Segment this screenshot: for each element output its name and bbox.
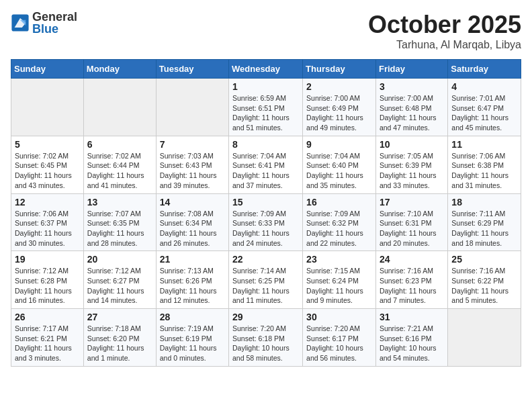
day-info: Sunrise: 7:02 AM Sunset: 6:45 PM Dayligh… <box>15 151 80 191</box>
day-info: Sunrise: 7:06 AM Sunset: 6:37 PM Dayligh… <box>15 209 80 248</box>
day-info: Sunrise: 7:06 AM Sunset: 6:38 PM Dayligh… <box>451 151 517 191</box>
logo-blue-text: Blue <box>32 23 77 35</box>
day-info: Sunrise: 7:04 AM Sunset: 6:40 PM Dayligh… <box>306 151 372 191</box>
calendar-cell: 27Sunrise: 7:18 AM Sunset: 6:20 PM Dayli… <box>83 309 156 367</box>
calendar-cell: 23Sunrise: 7:15 AM Sunset: 6:24 PM Dayli… <box>303 251 376 309</box>
day-number: 6 <box>87 139 152 150</box>
day-info: Sunrise: 7:09 AM Sunset: 6:32 PM Dayligh… <box>306 209 372 248</box>
day-info: Sunrise: 7:08 AM Sunset: 6:34 PM Dayligh… <box>160 209 225 248</box>
day-number: 7 <box>160 139 225 150</box>
day-info: Sunrise: 7:19 AM Sunset: 6:19 PM Dayligh… <box>160 324 225 363</box>
calendar-cell: 6Sunrise: 7:02 AM Sunset: 6:44 PM Daylig… <box>83 136 156 193</box>
day-number: 20 <box>87 254 152 265</box>
calendar-cell: 11Sunrise: 7:06 AM Sunset: 6:38 PM Dayli… <box>448 136 521 193</box>
calendar-cell: 1Sunrise: 6:59 AM Sunset: 6:51 PM Daylig… <box>229 79 303 136</box>
calendar-cell <box>448 309 521 367</box>
day-info: Sunrise: 7:21 AM Sunset: 6:16 PM Dayligh… <box>380 324 444 363</box>
location: Tarhuna, Al Marqab, Libya <box>368 39 521 51</box>
title-block: October 2025 Tarhuna, Al Marqab, Libya <box>368 11 521 51</box>
calendar-cell: 24Sunrise: 7:16 AM Sunset: 6:23 PM Dayli… <box>375 251 447 309</box>
day-number: 23 <box>306 254 372 265</box>
day-number: 21 <box>160 254 225 265</box>
calendar-cell: 19Sunrise: 7:12 AM Sunset: 6:28 PM Dayli… <box>11 251 84 309</box>
weekday-header-friday: Friday <box>375 60 447 79</box>
calendar-cell: 18Sunrise: 7:11 AM Sunset: 6:29 PM Dayli… <box>448 193 521 251</box>
day-number: 30 <box>306 312 372 322</box>
calendar-week-4: 19Sunrise: 7:12 AM Sunset: 6:28 PM Dayli… <box>11 251 521 309</box>
calendar-week-5: 26Sunrise: 7:17 AM Sunset: 6:21 PM Dayli… <box>11 309 521 367</box>
day-info: Sunrise: 7:13 AM Sunset: 6:26 PM Dayligh… <box>160 266 225 306</box>
day-number: 15 <box>232 197 299 208</box>
day-info: Sunrise: 6:59 AM Sunset: 6:51 PM Dayligh… <box>232 93 299 133</box>
calendar-cell: 20Sunrise: 7:12 AM Sunset: 6:27 PM Dayli… <box>83 251 156 309</box>
day-number: 11 <box>451 139 517 150</box>
day-number: 25 <box>451 254 517 265</box>
calendar-cell: 4Sunrise: 7:01 AM Sunset: 6:47 PM Daylig… <box>448 79 521 136</box>
day-number: 5 <box>15 139 80 150</box>
calendar-cell: 29Sunrise: 7:20 AM Sunset: 6:18 PM Dayli… <box>229 309 303 367</box>
day-number: 13 <box>87 197 152 208</box>
day-number: 3 <box>380 81 444 92</box>
day-info: Sunrise: 7:00 AM Sunset: 6:48 PM Dayligh… <box>380 93 444 133</box>
calendar-week-1: 1Sunrise: 6:59 AM Sunset: 6:51 PM Daylig… <box>11 79 521 136</box>
day-info: Sunrise: 7:02 AM Sunset: 6:44 PM Dayligh… <box>87 151 152 191</box>
weekday-header-monday: Monday <box>83 60 156 79</box>
logo: General Blue <box>11 11 77 35</box>
calendar-cell: 13Sunrise: 7:07 AM Sunset: 6:35 PM Dayli… <box>83 193 156 251</box>
calendar-cell: 28Sunrise: 7:19 AM Sunset: 6:19 PM Dayli… <box>156 309 228 367</box>
calendar-cell <box>156 79 228 136</box>
calendar-cell: 22Sunrise: 7:14 AM Sunset: 6:25 PM Dayli… <box>229 251 303 309</box>
day-info: Sunrise: 7:10 AM Sunset: 6:31 PM Dayligh… <box>380 209 444 248</box>
day-info: Sunrise: 7:14 AM Sunset: 6:25 PM Dayligh… <box>232 266 299 306</box>
day-number: 16 <box>306 197 372 208</box>
day-info: Sunrise: 7:05 AM Sunset: 6:39 PM Dayligh… <box>380 151 444 191</box>
calendar-cell: 21Sunrise: 7:13 AM Sunset: 6:26 PM Dayli… <box>156 251 228 309</box>
day-info: Sunrise: 7:20 AM Sunset: 6:18 PM Dayligh… <box>232 324 299 363</box>
page-header: General Blue October 2025 Tarhuna, Al Ma… <box>11 11 521 51</box>
logo-icon <box>11 13 30 32</box>
calendar-cell: 30Sunrise: 7:20 AM Sunset: 6:17 PM Dayli… <box>303 309 376 367</box>
day-number: 12 <box>15 197 80 208</box>
weekday-header-sunday: Sunday <box>11 60 84 79</box>
day-number: 26 <box>15 312 80 322</box>
calendar-week-2: 5Sunrise: 7:02 AM Sunset: 6:45 PM Daylig… <box>11 136 521 193</box>
day-info: Sunrise: 7:18 AM Sunset: 6:20 PM Dayligh… <box>87 324 152 363</box>
calendar-cell: 16Sunrise: 7:09 AM Sunset: 6:32 PM Dayli… <box>303 193 376 251</box>
calendar-cell: 26Sunrise: 7:17 AM Sunset: 6:21 PM Dayli… <box>11 309 84 367</box>
weekday-header-thursday: Thursday <box>303 60 376 79</box>
weekday-header-row: SundayMondayTuesdayWednesdayThursdayFrid… <box>11 60 521 79</box>
calendar-cell <box>11 79 84 136</box>
month-title: October 2025 <box>368 11 521 39</box>
calendar-cell: 15Sunrise: 7:09 AM Sunset: 6:33 PM Dayli… <box>229 193 303 251</box>
calendar-cell: 3Sunrise: 7:00 AM Sunset: 6:48 PM Daylig… <box>375 79 447 136</box>
day-info: Sunrise: 7:16 AM Sunset: 6:22 PM Dayligh… <box>451 266 517 306</box>
day-info: Sunrise: 7:04 AM Sunset: 6:41 PM Dayligh… <box>232 151 299 191</box>
calendar-cell: 31Sunrise: 7:21 AM Sunset: 6:16 PM Dayli… <box>375 309 447 367</box>
logo-general-text: General <box>32 11 77 23</box>
calendar-cell: 9Sunrise: 7:04 AM Sunset: 6:40 PM Daylig… <box>303 136 376 193</box>
weekday-header-wednesday: Wednesday <box>229 60 303 79</box>
day-info: Sunrise: 7:07 AM Sunset: 6:35 PM Dayligh… <box>87 209 152 248</box>
day-number: 9 <box>306 139 372 150</box>
calendar-cell: 7Sunrise: 7:03 AM Sunset: 6:43 PM Daylig… <box>156 136 228 193</box>
day-number: 31 <box>380 312 444 322</box>
calendar-cell: 14Sunrise: 7:08 AM Sunset: 6:34 PM Dayli… <box>156 193 228 251</box>
day-number: 17 <box>380 197 444 208</box>
day-number: 27 <box>87 312 152 322</box>
weekday-header-saturday: Saturday <box>448 60 521 79</box>
calendar-cell: 17Sunrise: 7:10 AM Sunset: 6:31 PM Dayli… <box>375 193 447 251</box>
day-info: Sunrise: 7:03 AM Sunset: 6:43 PM Dayligh… <box>160 151 225 191</box>
calendar-cell: 5Sunrise: 7:02 AM Sunset: 6:45 PM Daylig… <box>11 136 84 193</box>
day-number: 24 <box>380 254 444 265</box>
day-number: 22 <box>232 254 299 265</box>
day-info: Sunrise: 7:15 AM Sunset: 6:24 PM Dayligh… <box>306 266 372 306</box>
weekday-header-tuesday: Tuesday <box>156 60 228 79</box>
calendar-table: SundayMondayTuesdayWednesdayThursdayFrid… <box>11 59 521 367</box>
day-number: 4 <box>451 81 517 92</box>
day-number: 8 <box>232 139 299 150</box>
calendar-cell <box>83 79 156 136</box>
day-number: 29 <box>232 312 299 322</box>
calendar-week-3: 12Sunrise: 7:06 AM Sunset: 6:37 PM Dayli… <box>11 193 521 251</box>
calendar-cell: 25Sunrise: 7:16 AM Sunset: 6:22 PM Dayli… <box>448 251 521 309</box>
logo-text: General Blue <box>32 11 77 35</box>
